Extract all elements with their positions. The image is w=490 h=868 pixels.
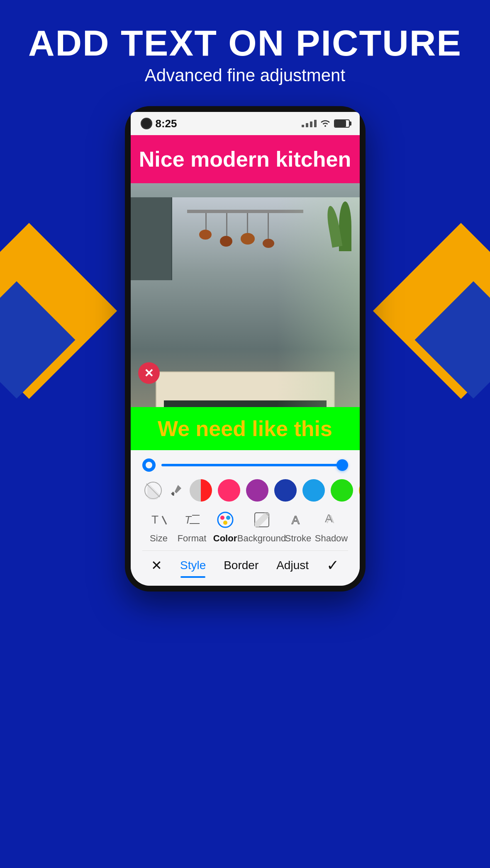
phone-screen: Nice modern kitchen [131, 135, 360, 586]
size-icon: T [148, 510, 170, 530]
color-swatch-green[interactable] [331, 479, 353, 502]
svg-text:T: T [185, 514, 192, 526]
nav-border[interactable]: Border [224, 559, 258, 572]
color-swatch-purple[interactable] [246, 479, 268, 502]
delete-button[interactable]: ✕ [138, 362, 160, 384]
nav-confirm[interactable]: ✓ [327, 557, 339, 574]
text-banner-bottom[interactable]: We need like this [131, 407, 360, 450]
border-label: Border [224, 559, 258, 572]
text-banner-top[interactable]: Nice modern kitchen [131, 135, 360, 183]
page-title: ADD TEXT ON PICTURE [0, 25, 490, 61]
color-icon [215, 510, 236, 530]
page-subtitle: Advanced fine adjustment [0, 65, 490, 85]
tool-size[interactable]: T Size [142, 510, 176, 544]
bottom-panel: T Size T [131, 450, 360, 586]
tool-format[interactable]: T Format [176, 510, 209, 544]
battery-icon [334, 119, 350, 128]
color-palette-row [142, 479, 348, 502]
close-icon: ✕ [151, 558, 162, 573]
text-banner-bottom-content: We need like this [158, 417, 332, 441]
svg-point-9 [220, 516, 224, 520]
phone-mockup: 8:25 [0, 106, 490, 592]
camera-icon [141, 118, 152, 129]
status-bar: 8:25 [131, 112, 360, 135]
confirm-icon: ✓ [327, 557, 339, 574]
adjust-label: Adjust [276, 559, 309, 572]
stroke-label: Stroke [285, 533, 312, 544]
format-icon: T [181, 510, 203, 530]
nav-close[interactable]: ✕ [151, 558, 162, 573]
shadow-icon: A A [321, 510, 342, 530]
color-label: Color [213, 533, 237, 544]
opacity-slider[interactable] [161, 464, 348, 466]
tool-stroke[interactable]: A Stroke [282, 510, 315, 544]
tools-row: T Size T [142, 510, 348, 544]
color-swatch-half[interactable] [190, 479, 212, 502]
phone-body: 8:25 [125, 106, 366, 592]
status-right [302, 119, 350, 129]
color-swatch-blue-light[interactable] [302, 479, 325, 502]
tool-shadow[interactable]: A A Shadow [315, 510, 348, 544]
opacity-icon [142, 458, 156, 472]
stroke-icon: A [288, 510, 309, 530]
shadow-label: Shadow [315, 533, 348, 544]
size-label: Size [150, 533, 168, 544]
phone-time: 8:25 [156, 117, 177, 130]
kitchen-image: Nice modern kitchen [131, 135, 360, 450]
svg-text:A: A [292, 514, 300, 526]
style-label: Style [180, 559, 206, 572]
no-fill-button[interactable] [144, 481, 162, 499]
status-left: 8:25 [141, 117, 177, 130]
color-swatch-yellow[interactable] [359, 479, 360, 502]
svg-text:A: A [325, 512, 333, 525]
slider-thumb[interactable] [336, 459, 348, 471]
tool-color[interactable]: Color [209, 510, 242, 544]
nav-style[interactable]: Style [180, 559, 206, 572]
bottom-nav: ✕ Style Border Adjust ✓ [142, 550, 348, 574]
signal-icon [302, 120, 317, 127]
background-icon [251, 510, 273, 530]
wifi-icon [320, 119, 331, 129]
nav-adjust[interactable]: Adjust [276, 559, 309, 572]
color-swatch-blue-dark[interactable] [274, 479, 297, 502]
svg-line-4 [162, 516, 166, 524]
text-banner-top-content: Nice modern kitchen [139, 147, 351, 171]
svg-point-8 [218, 512, 233, 527]
svg-point-10 [226, 516, 230, 520]
tool-background[interactable]: Background [242, 510, 282, 544]
svg-text:T: T [151, 513, 158, 526]
color-swatch-pink[interactable] [218, 479, 240, 502]
eyedropper-button[interactable] [168, 482, 184, 498]
format-label: Format [178, 533, 207, 544]
header: ADD TEXT ON PICTURE Advanced fine adjust… [0, 0, 490, 98]
svg-point-11 [223, 521, 227, 525]
opacity-slider-row [142, 458, 348, 472]
background-label: Background [237, 533, 286, 544]
